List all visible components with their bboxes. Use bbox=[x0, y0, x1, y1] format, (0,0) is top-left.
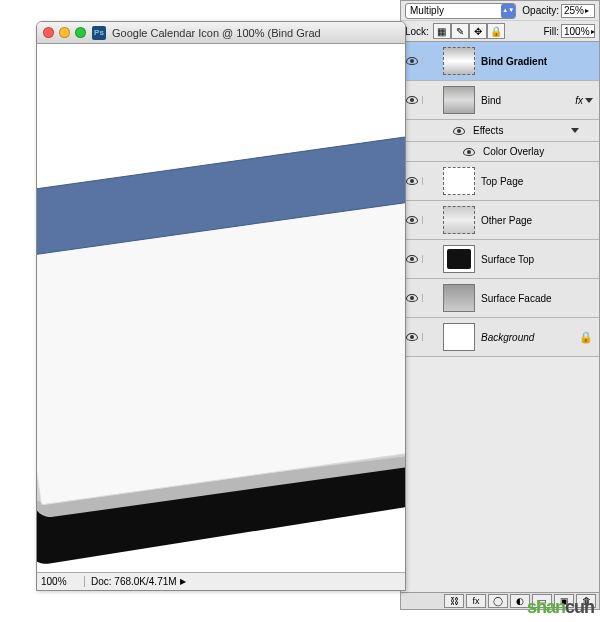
chevron-right-icon: ▸ bbox=[591, 27, 595, 36]
layer-row[interactable]: Top Page bbox=[401, 162, 599, 201]
chevron-right-icon: ▶ bbox=[180, 577, 186, 586]
minimize-button[interactable] bbox=[59, 27, 70, 38]
lock-move-icon[interactable]: ✥ bbox=[469, 23, 487, 39]
chevron-right-icon: ▸ bbox=[585, 6, 589, 15]
lock-icons-group: ▦ ✎ ✥ 🔒 bbox=[433, 23, 505, 39]
fill-label: Fill: bbox=[543, 26, 559, 37]
layer-row[interactable]: Background 🔒 bbox=[401, 318, 599, 357]
lock-options-bar: Lock: ▦ ✎ ✥ 🔒 Fill: 100% ▸ bbox=[400, 20, 600, 42]
layer-row[interactable]: Surface Facade bbox=[401, 279, 599, 318]
photoshop-icon: Ps bbox=[92, 26, 106, 40]
eye-icon[interactable] bbox=[463, 148, 475, 156]
layer-name: Surface Facade bbox=[481, 293, 593, 304]
window-controls bbox=[43, 27, 86, 38]
layer-thumbnail[interactable] bbox=[443, 167, 475, 195]
titlebar[interactable]: Ps Google Calendar Icon @ 100% (Bind Gra… bbox=[37, 22, 405, 44]
blend-options-bar: Multiply ▲▼ Opacity: 25% ▸ bbox=[400, 0, 600, 20]
doc-info[interactable]: Doc: 768.0K/4.71M ▶ bbox=[85, 576, 192, 587]
lock-icon: 🔒 bbox=[579, 331, 593, 344]
opacity-value: 25% bbox=[564, 5, 584, 16]
eye-icon bbox=[406, 255, 418, 263]
blend-mode-select[interactable]: Multiply ▲▼ bbox=[405, 3, 516, 19]
lock-label: Lock: bbox=[405, 26, 429, 37]
layer-name: Bind Gradient bbox=[481, 56, 593, 67]
effect-item-row[interactable]: Color Overlay bbox=[401, 142, 599, 162]
chevron-down-icon[interactable] bbox=[571, 128, 579, 133]
layer-row[interactable]: Surface Top bbox=[401, 240, 599, 279]
fx-icon[interactable]: fx bbox=[575, 95, 583, 106]
opacity-field[interactable]: 25% ▸ bbox=[561, 4, 595, 18]
eye-icon bbox=[406, 96, 418, 104]
layer-thumbnail[interactable] bbox=[443, 206, 475, 234]
watermark: shancun bbox=[527, 597, 594, 618]
lock-brush-icon[interactable]: ✎ bbox=[451, 23, 469, 39]
eye-icon bbox=[406, 177, 418, 185]
layer-name: Background bbox=[481, 332, 579, 343]
lock-transparent-icon[interactable]: ▦ bbox=[433, 23, 451, 39]
zoom-field[interactable]: 100% bbox=[37, 576, 85, 587]
eye-icon bbox=[406, 216, 418, 224]
effect-name: Color Overlay bbox=[483, 146, 593, 157]
layer-thumbnail[interactable] bbox=[443, 284, 475, 312]
layer-name: Other Page bbox=[481, 215, 593, 226]
layer-thumbnail[interactable] bbox=[443, 86, 475, 114]
blend-mode-value: Multiply bbox=[410, 5, 444, 16]
layer-thumbnail[interactable] bbox=[443, 47, 475, 75]
layer-mask-icon[interactable]: ◯ bbox=[488, 594, 508, 608]
layer-style-icon[interactable]: fx bbox=[466, 594, 486, 608]
effects-row[interactable]: Effects bbox=[401, 120, 599, 142]
zoom-button[interactable] bbox=[75, 27, 86, 38]
effects-label: Effects bbox=[473, 125, 571, 136]
layers-panel: Bind Gradient Bind fx Effects Color Over… bbox=[400, 42, 600, 592]
layer-name: Bind bbox=[481, 95, 575, 106]
chevron-down-icon[interactable] bbox=[585, 98, 593, 103]
artwork bbox=[37, 44, 405, 572]
eye-icon[interactable] bbox=[453, 127, 465, 135]
layer-name: Surface Top bbox=[481, 254, 593, 265]
link-layers-icon[interactable]: ⛓ bbox=[444, 594, 464, 608]
eye-icon bbox=[406, 294, 418, 302]
layer-thumbnail[interactable] bbox=[443, 323, 475, 351]
lock-all-icon[interactable]: 🔒 bbox=[487, 23, 505, 39]
layer-thumbnail[interactable] bbox=[443, 245, 475, 273]
canvas[interactable] bbox=[37, 44, 405, 572]
layer-row[interactable]: Bind Gradient bbox=[401, 42, 599, 81]
layer-row[interactable]: Other Page bbox=[401, 201, 599, 240]
doc-info-text: Doc: 768.0K/4.71M bbox=[91, 576, 177, 587]
layer-name: Top Page bbox=[481, 176, 593, 187]
status-bar: 100% Doc: 768.0K/4.71M ▶ bbox=[37, 572, 405, 590]
layer-row[interactable]: Bind fx bbox=[401, 81, 599, 120]
opacity-label: Opacity: bbox=[522, 5, 559, 16]
document-title: Google Calendar Icon @ 100% (Bind Grad bbox=[112, 27, 321, 39]
eye-icon bbox=[406, 333, 418, 341]
fill-value: 100% bbox=[564, 26, 590, 37]
fill-field[interactable]: 100% ▸ bbox=[561, 24, 595, 38]
updown-icon: ▲▼ bbox=[501, 4, 515, 18]
eye-icon bbox=[406, 57, 418, 65]
close-button[interactable] bbox=[43, 27, 54, 38]
document-window: Ps Google Calendar Icon @ 100% (Bind Gra… bbox=[36, 21, 406, 591]
